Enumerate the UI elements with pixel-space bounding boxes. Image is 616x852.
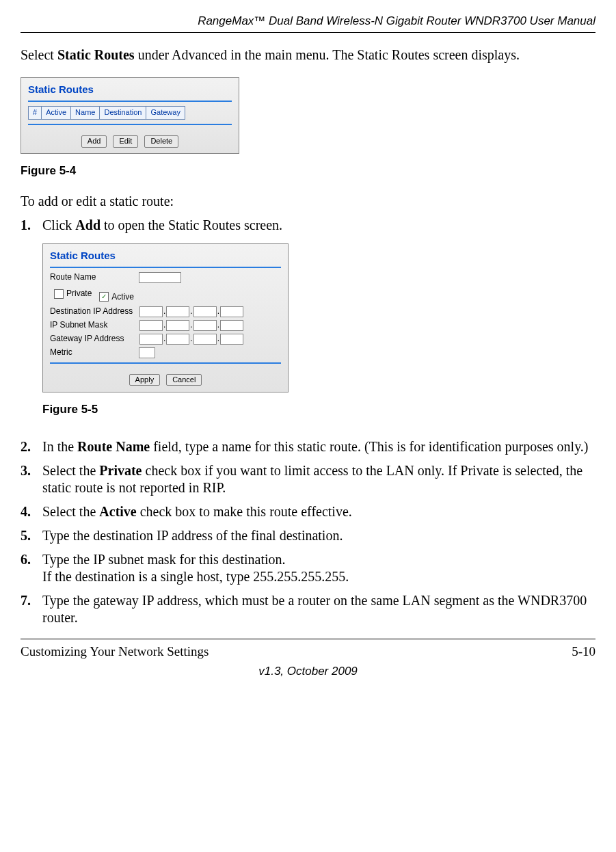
private-label: Private bbox=[66, 289, 92, 299]
step-4-bold: Active bbox=[99, 504, 136, 519]
mask-label: IP Subnet Mask bbox=[50, 320, 139, 330]
mask-2[interactable] bbox=[166, 320, 189, 331]
col-destination: Destination bbox=[100, 107, 146, 120]
footer-right: 5-10 bbox=[572, 643, 595, 660]
gw-ip-2[interactable] bbox=[166, 334, 189, 345]
step-6-num: 6. bbox=[21, 551, 42, 585]
dot: . bbox=[190, 320, 192, 330]
metric-row: Metric bbox=[50, 347, 281, 358]
col-name: Name bbox=[71, 107, 100, 120]
step-7-text: Type the gateway IP address, which must … bbox=[42, 592, 595, 626]
active-checkbox[interactable]: ✓ bbox=[99, 292, 109, 302]
dest-ip-1[interactable] bbox=[139, 306, 163, 317]
dot: . bbox=[217, 320, 219, 330]
intro-pre: Select bbox=[21, 47, 57, 62]
dot: . bbox=[217, 306, 219, 317]
metric-input[interactable] bbox=[139, 347, 155, 358]
mask-3[interactable] bbox=[193, 320, 217, 331]
step-6: 6. Type the IP subnet mask for this dest… bbox=[21, 551, 595, 585]
dot: . bbox=[190, 306, 192, 317]
step-6-line1: Type the IP subnet mask for this destina… bbox=[42, 552, 286, 567]
page-header-title: RangeMax™ Dual Band Wireless-N Gigabit R… bbox=[21, 14, 595, 28]
dest-ip-row: Destination IP Address ... bbox=[50, 306, 281, 317]
mask-row: IP Subnet Mask ... bbox=[50, 320, 281, 331]
dot: . bbox=[217, 334, 219, 344]
panel2-button-row: Apply Cancel bbox=[50, 369, 281, 386]
private-checkbox[interactable] bbox=[54, 289, 64, 299]
static-routes-add-panel: Static Routes Route Name Private ✓ Activ… bbox=[42, 243, 289, 392]
edit-button[interactable]: Edit bbox=[113, 135, 138, 148]
mask-1[interactable] bbox=[139, 320, 163, 331]
intro-post: under Advanced in the main menu. The Sta… bbox=[135, 47, 520, 62]
step-2: 2. In the Route Name field, type a name … bbox=[21, 438, 595, 455]
col-gateway: Gateway bbox=[146, 107, 185, 120]
gw-ip-row: Gateway IP Address ... bbox=[50, 334, 281, 345]
apply-button[interactable]: Apply bbox=[129, 374, 161, 386]
dot: . bbox=[163, 334, 165, 344]
footer-rule bbox=[21, 639, 595, 639]
step-1-post: to open the Static Routes screen. bbox=[101, 217, 282, 232]
step-1: 1. Click Add to open the Static Routes s… bbox=[21, 217, 595, 431]
gw-ip-4[interactable] bbox=[220, 334, 243, 345]
step-3-num: 3. bbox=[21, 462, 42, 496]
panel1-button-row: Add Edit Delete bbox=[28, 131, 232, 148]
dest-ip-label: Destination IP Address bbox=[50, 306, 139, 317]
metric-label: Metric bbox=[50, 347, 139, 358]
dest-ip-3[interactable] bbox=[193, 306, 217, 317]
gw-ip-1[interactable] bbox=[139, 334, 163, 345]
step-2-num: 2. bbox=[21, 438, 42, 455]
route-name-row: Route Name bbox=[50, 272, 281, 283]
route-name-input[interactable] bbox=[139, 272, 181, 283]
cancel-button[interactable]: Cancel bbox=[166, 374, 202, 386]
step-2-bold: Route Name bbox=[77, 439, 150, 454]
step-5-text: Type the destination IP address of the f… bbox=[42, 527, 595, 544]
step-2-post: field, type a name for this static route… bbox=[150, 439, 588, 454]
step-5-num: 5. bbox=[21, 527, 42, 544]
add-button[interactable]: Add bbox=[81, 135, 107, 148]
panel2-hr-bottom bbox=[50, 362, 281, 364]
dest-ip-2[interactable] bbox=[166, 306, 189, 317]
gw-ip-3[interactable] bbox=[193, 334, 217, 345]
col-num: # bbox=[29, 107, 42, 120]
step-1-bold: Add bbox=[75, 217, 101, 232]
step-4-post: check box to make this route effective. bbox=[137, 504, 352, 519]
static-routes-list-panel: Static Routes # Active Name Destination … bbox=[21, 77, 239, 154]
step-2-pre: In the bbox=[42, 439, 77, 454]
dot: . bbox=[190, 334, 192, 344]
route-name-label: Route Name bbox=[50, 272, 139, 282]
step-5: 5. Type the destination IP address of th… bbox=[21, 527, 595, 544]
panel2-hr-top bbox=[50, 267, 281, 268]
page-footer: Customizing Your Network Settings 5-10 bbox=[21, 643, 595, 660]
panel1-title: Static Routes bbox=[28, 83, 232, 96]
active-label: Active bbox=[111, 292, 134, 302]
step-7: 7. Type the gateway IP address, which mu… bbox=[21, 592, 595, 626]
step-6-line2: If the destination is a single host, typ… bbox=[42, 569, 349, 584]
step-7-num: 7. bbox=[21, 592, 42, 626]
step-4-num: 4. bbox=[21, 503, 42, 520]
col-active: Active bbox=[42, 107, 71, 120]
dot: . bbox=[163, 306, 165, 317]
step-1-num: 1. bbox=[21, 217, 42, 431]
panel1-hr-bottom bbox=[28, 124, 232, 125]
step-4: 4. Select the Active check box to make t… bbox=[21, 503, 595, 520]
footer-version: v1.3, October 2009 bbox=[21, 664, 595, 678]
private-checkbox-row[interactable]: Private bbox=[54, 289, 92, 299]
figure-5-5-caption: Figure 5-5 bbox=[42, 402, 595, 416]
dest-ip-4[interactable] bbox=[220, 306, 243, 317]
footer-left: Customizing Your Network Settings bbox=[21, 643, 209, 660]
active-checkbox-row[interactable]: ✓ Active bbox=[99, 292, 134, 302]
step-3-pre: Select the bbox=[42, 463, 99, 478]
header-rule bbox=[21, 32, 595, 33]
step-1-pre: Click bbox=[42, 217, 75, 232]
routes-table: # Active Name Destination Gateway bbox=[28, 106, 185, 120]
step-4-pre: Select the bbox=[42, 504, 99, 519]
panel2-title: Static Routes bbox=[50, 250, 281, 263]
panel1-hr-top bbox=[28, 101, 232, 102]
delete-button[interactable]: Delete bbox=[144, 135, 178, 148]
step-3-bold: Private bbox=[99, 463, 142, 478]
mask-4[interactable] bbox=[220, 320, 243, 331]
lead-in-text: To add or edit a static route: bbox=[21, 193, 595, 210]
gw-ip-label: Gateway IP Address bbox=[50, 334, 139, 344]
dot: . bbox=[163, 320, 165, 330]
figure-5-4-caption: Figure 5-4 bbox=[21, 163, 595, 178]
